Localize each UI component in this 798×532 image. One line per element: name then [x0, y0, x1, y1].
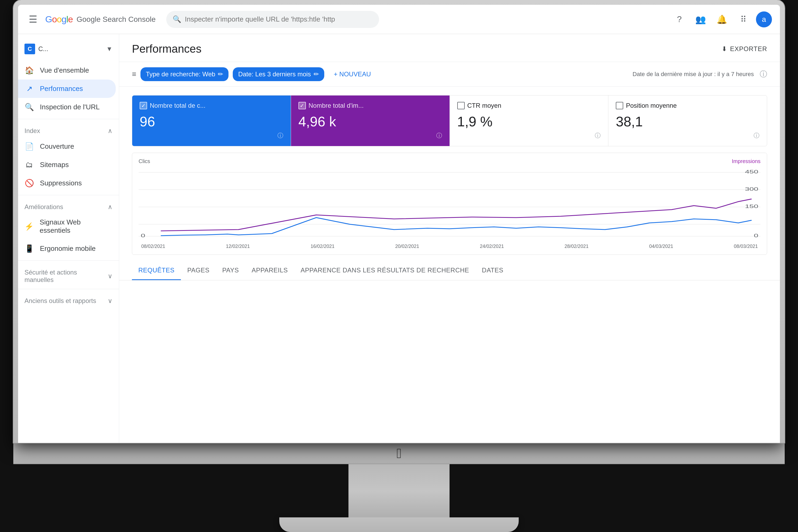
- metric-clicks[interactable]: ✓ Nombre total de c... 96 ⓘ: [132, 95, 291, 146]
- sidebar-label-sitemaps: Sitemaps: [40, 161, 69, 169]
- metric-impressions[interactable]: ✓ Nombre total d'im... 4,96 k ⓘ: [291, 95, 450, 146]
- help-button[interactable]: ?: [671, 11, 688, 28]
- metric-ctr[interactable]: CTR moyen 1,9 % ⓘ: [450, 95, 609, 146]
- metric-clicks-label: Nombre total de c...: [150, 102, 205, 109]
- metrics-row: ✓ Nombre total de c... 96 ⓘ: [132, 95, 767, 146]
- avatar-label: a: [762, 15, 766, 24]
- date-info-help-icon[interactable]: ⓘ: [760, 69, 767, 79]
- metric-impressions-checkbox[interactable]: ✓: [299, 102, 306, 109]
- index-section-header[interactable]: Index ∧: [18, 122, 119, 137]
- sidebar-item-sitemaps[interactable]: 🗂 Sitemaps: [18, 156, 116, 174]
- users-icon: 👥: [695, 14, 706, 24]
- imac-screen-bezel: ☰ Google Google Search Console 🔍: [13, 0, 785, 443]
- user-avatar[interactable]: a: [756, 12, 772, 27]
- metric-ctr-footer: ⓘ: [457, 132, 601, 140]
- users-button[interactable]: 👥: [692, 11, 709, 28]
- metric-position-label: Position moyenne: [626, 102, 677, 109]
- metric-position[interactable]: Position moyenne 38,1 ⓘ: [608, 95, 767, 146]
- imac-chin: : [13, 443, 785, 464]
- property-selector[interactable]: C C... ▼: [18, 39, 119, 58]
- metric-impressions-footer: ⓘ: [299, 132, 442, 140]
- metric-clicks-checkbox[interactable]: ✓: [140, 102, 147, 109]
- chart-svg: 450 300 150 0 0: [138, 167, 760, 242]
- metric-position-footer: ⓘ: [616, 132, 759, 140]
- new-filter-button[interactable]: + NOUVEAU: [328, 67, 376, 81]
- date-label-6: 04/03/2021: [649, 244, 673, 249]
- metric-clicks-info-icon[interactable]: ⓘ: [278, 132, 283, 140]
- chart-header: Clics Impressions: [138, 158, 760, 165]
- date-label-5: 28/02/2021: [565, 244, 588, 249]
- chart-footer: 08/02/2021 12/02/2021 16/02/2021 20/02/2…: [138, 244, 760, 249]
- metric-clicks-value: 96: [140, 114, 283, 130]
- ameliorations-section-header[interactable]: Améliorations ∧: [18, 198, 119, 213]
- metric-ctr-checkbox[interactable]: [457, 102, 465, 109]
- coverage-icon: 📄: [24, 142, 34, 151]
- property-icon: C: [24, 44, 35, 54]
- security-section-label: Sécurité et actions manuelles: [24, 269, 108, 284]
- metric-position-checkbox[interactable]: [616, 102, 623, 109]
- filter-chip-search-type[interactable]: Type de recherche: Web ✏: [140, 67, 228, 81]
- performance-icon: ↗: [24, 84, 34, 93]
- metric-ctr-label: CTR moyen: [467, 102, 501, 109]
- sidebar: C C... ▼ 🏠 Vue d'ensemble ↗: [18, 34, 119, 443]
- metric-position-value: 38,1: [616, 114, 759, 130]
- tab-pays[interactable]: PAYS: [216, 261, 245, 280]
- property-name: C...: [38, 45, 103, 53]
- metric-position-info-icon[interactable]: ⓘ: [754, 132, 759, 140]
- metric-impressions-info-icon[interactable]: ⓘ: [436, 132, 442, 140]
- sidebar-label-performances: Performances: [40, 84, 83, 93]
- sidebar-item-overview[interactable]: 🏠 Vue d'ensemble: [18, 61, 116, 79]
- search-input[interactable]: [185, 15, 373, 23]
- tab-apparence[interactable]: APPARENCE DANS LES RÉSULTATS DE RECHERCH…: [294, 261, 476, 280]
- sidebar-label-web-vitals: Signaux Web essentiels: [40, 218, 109, 234]
- metric-impressions-header: ✓ Nombre total d'im...: [299, 102, 442, 109]
- filters-bar: ≡ Type de recherche: Web ✏ Date: Les 3 d…: [119, 62, 780, 87]
- web-vitals-icon: ⚡: [24, 222, 34, 231]
- search-bar[interactable]: 🔍: [166, 11, 379, 28]
- metrics-area: ✓ Nombre total de c... 96 ⓘ: [119, 87, 780, 146]
- svg-text:0: 0: [754, 233, 758, 238]
- notifications-button[interactable]: 🔔: [714, 11, 730, 28]
- sidebar-item-coverage[interactable]: 📄 Couverture: [18, 137, 116, 156]
- sidebar-item-mobile[interactable]: 📱 Ergonomie mobile: [18, 240, 116, 258]
- chart-right-label: Impressions: [732, 158, 760, 165]
- date-label-3: 20/02/2021: [395, 244, 419, 249]
- property-dropdown-icon[interactable]: ▼: [106, 45, 113, 53]
- ameliorations-chevron-icon: ∧: [108, 203, 113, 211]
- security-section-header[interactable]: Sécurité et actions manuelles ∨: [18, 263, 119, 286]
- metric-ctr-info-icon[interactable]: ⓘ: [595, 132, 601, 140]
- filter-search-type-label: Type de recherche: Web: [146, 71, 215, 78]
- date-label-4: 24/02/2021: [480, 244, 504, 249]
- sidebar-label-mobile: Ergonomie mobile: [40, 244, 96, 253]
- date-label-0: 08/02/2021: [141, 244, 165, 249]
- topbar-logo: Google Google Search Console: [45, 14, 156, 24]
- metric-clicks-header: ✓ Nombre total de c...: [140, 102, 283, 109]
- sidebar-item-url-inspection[interactable]: 🔍 Inspection de l'URL: [18, 98, 116, 116]
- sidebar-label-url-inspection: Inspection de l'URL: [40, 103, 100, 111]
- menu-icon[interactable]: ☰: [26, 11, 40, 28]
- filter-date-label: Date: Les 3 derniers mois: [238, 71, 311, 78]
- index-section-label: Index: [24, 127, 40, 135]
- apps-button[interactable]: ⠿: [735, 11, 752, 28]
- sidebar-item-removals[interactable]: 🚫 Suppressions: [18, 174, 116, 192]
- tab-requetes[interactable]: REQUÊTES: [132, 261, 181, 280]
- tab-pages[interactable]: PAGES: [181, 261, 216, 280]
- grid-icon: ⠿: [740, 14, 746, 24]
- inspect-icon: 🔍: [24, 103, 34, 111]
- tab-appareils[interactable]: APPAREILS: [245, 261, 294, 280]
- sidebar-item-web-vitals[interactable]: ⚡ Signaux Web essentiels: [18, 213, 116, 240]
- chart-container: Clics Impressions: [119, 153, 780, 255]
- tab-dates[interactable]: DATES: [476, 261, 510, 280]
- sidebar-label-coverage: Couverture: [40, 142, 74, 151]
- old-tools-section-header[interactable]: Anciens outils et rapports ∨: [18, 292, 119, 307]
- date-label-7: 08/03/2021: [734, 244, 758, 249]
- export-button[interactable]: ⬇ EXPORTER: [722, 45, 767, 53]
- metric-position-header: Position moyenne: [616, 102, 759, 109]
- bell-icon: 🔔: [717, 14, 727, 24]
- old-tools-section-label: Anciens outils et rapports: [24, 297, 96, 305]
- svg-text:300: 300: [745, 187, 758, 192]
- date-label-1: 12/02/2021: [226, 244, 250, 249]
- search-icon: 🔍: [173, 15, 181, 23]
- sidebar-item-performances[interactable]: ↗ Performances: [18, 79, 116, 98]
- filter-chip-date[interactable]: Date: Les 3 derniers mois ✏: [233, 67, 324, 81]
